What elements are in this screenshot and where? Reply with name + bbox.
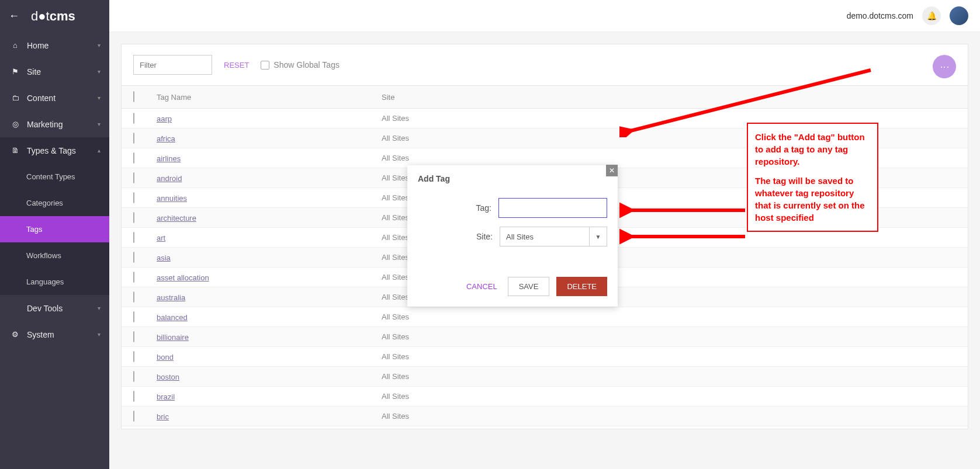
col-tag-name[interactable]: Tag Name — [157, 93, 382, 102]
logo: d ● t cms — [31, 9, 75, 24]
row-checkbox[interactable] — [133, 113, 134, 124]
nav-item-content[interactable]: 🗀Content▾ — [0, 85, 109, 111]
caret-icon: ▾ — [98, 121, 101, 127]
row-checkbox[interactable] — [133, 232, 134, 243]
tag-link[interactable]: asset allocation — [157, 273, 209, 282]
tag-site: All Sites — [382, 312, 956, 321]
tag-link[interactable]: boston — [157, 373, 179, 381]
cancel-button[interactable]: CANCEL — [463, 277, 501, 296]
tag-link[interactable]: architecture — [157, 214, 196, 223]
back-icon[interactable]: ← — [9, 10, 19, 22]
nav-item-system[interactable]: ⚙System▾ — [0, 321, 109, 348]
tag-link[interactable]: balanced — [157, 313, 188, 322]
site-label: Site: — [418, 232, 500, 241]
row-checkbox[interactable] — [133, 291, 134, 303]
table-row: balancedAll Sites — [122, 307, 968, 327]
caret-icon: ▾ — [98, 95, 101, 101]
nav-item-home[interactable]: ⌂Home▾ — [0, 32, 109, 58]
nav-item-marketing[interactable]: ◎Marketing▾ — [0, 111, 109, 137]
notifications-icon[interactable]: 🔔 — [922, 6, 941, 25]
filter-input[interactable] — [133, 55, 212, 75]
nav-icon: 🗎 — [11, 146, 20, 155]
select-all-checkbox[interactable] — [133, 91, 134, 102]
row-checkbox[interactable] — [133, 252, 134, 263]
add-tag-button[interactable]: ⋮ — [933, 55, 956, 78]
tag-link[interactable]: africa — [157, 134, 175, 143]
subnav-item-categories[interactable]: Categories — [0, 190, 109, 216]
tag-link[interactable]: airlines — [157, 154, 181, 163]
tag-site: All Sites — [382, 392, 956, 401]
tag-site: All Sites — [382, 114, 956, 123]
table-row: bondAll Sites — [122, 347, 968, 367]
caret-icon: ▾ — [98, 42, 101, 48]
tag-label: Tag: — [418, 203, 498, 213]
nav-icon: ⚙ — [11, 330, 20, 339]
row-checkbox[interactable] — [133, 311, 134, 322]
tag-link[interactable]: android — [157, 174, 182, 183]
tag-site: All Sites — [382, 332, 956, 341]
row-checkbox[interactable] — [133, 172, 134, 183]
tag-site: All Sites — [382, 372, 956, 381]
topbar: demo.dotcms.com 🔔 — [109, 0, 980, 32]
tag-site: All Sites — [382, 412, 956, 421]
checkbox-icon[interactable] — [261, 61, 269, 70]
avatar[interactable] — [950, 6, 968, 25]
tag-input[interactable] — [498, 198, 607, 218]
table-row: bricAll Sites — [122, 407, 968, 426]
subnav-item-content-types[interactable]: Content Types — [0, 164, 109, 190]
nav: ⌂Home▾⚑Site▾🗀Content▾◎Marketing▾🗎Types &… — [0, 32, 109, 348]
row-checkbox[interactable] — [133, 212, 134, 223]
row-checkbox[interactable] — [133, 192, 134, 203]
tag-link[interactable]: brazil — [157, 392, 175, 401]
tag-link[interactable]: billionaire — [157, 333, 189, 342]
tag-link[interactable]: asia — [157, 253, 171, 262]
caret-icon: ▾ — [98, 305, 101, 311]
row-checkbox[interactable] — [133, 351, 134, 362]
nav-item-dev-tools[interactable]: Dev Tools▾ — [0, 295, 109, 321]
caret-icon: ▴ — [98, 147, 101, 154]
row-checkbox[interactable] — [133, 391, 134, 402]
table-row: brazilAll Sites — [122, 387, 968, 407]
nav-icon: 🗀 — [11, 93, 20, 102]
caret-icon: ▾ — [98, 331, 101, 338]
caret-icon: ▾ — [98, 68, 101, 75]
modal-title: Add Tag — [407, 165, 618, 192]
close-icon[interactable]: ✕ — [606, 165, 618, 176]
site-label[interactable]: demo.dotcms.com — [847, 11, 913, 20]
show-global-tags[interactable]: Show Global Tags — [261, 60, 340, 70]
row-checkbox[interactable] — [133, 371, 134, 382]
more-vert-icon: ⋮ — [939, 62, 950, 71]
tag-site: All Sites — [382, 352, 956, 361]
sidebar: ← d ● t cms ⌂Home▾⚑Site▾🗀Content▾◎Market… — [0, 0, 109, 469]
subnav-item-tags[interactable]: Tags — [0, 216, 109, 242]
annotation-callout: Click the "Add tag" button to add a tag … — [747, 123, 878, 232]
row-checkbox[interactable] — [133, 133, 134, 144]
tag-link[interactable]: bric — [157, 412, 169, 421]
table-row: bostonAll Sites — [122, 367, 968, 387]
subnav-item-workflows[interactable]: Workflows — [0, 242, 109, 269]
delete-button[interactable]: DELETE — [556, 277, 607, 296]
subnav-item-languages[interactable]: Languages — [0, 269, 109, 295]
sidebar-header: ← d ● t cms — [0, 0, 109, 32]
reset-button[interactable]: RESET — [224, 61, 249, 70]
nav-item-types-tags[interactable]: 🗎Types & Tags▴ — [0, 137, 109, 164]
save-button[interactable]: SAVE — [508, 277, 550, 296]
nav-icon: ◎ — [11, 120, 20, 128]
row-checkbox[interactable] — [133, 152, 134, 164]
tag-link[interactable]: bond — [157, 353, 174, 362]
tag-link[interactable]: art — [157, 234, 165, 242]
col-site[interactable]: Site — [382, 93, 956, 102]
tag-link[interactable]: australia — [157, 293, 185, 302]
toolbar: RESET Show Global Tags — [122, 44, 968, 85]
row-checkbox[interactable] — [133, 411, 134, 422]
table-row: billionaireAll Sites — [122, 327, 968, 347]
row-checkbox[interactable] — [133, 272, 134, 283]
site-select[interactable]: All Sites ▼ — [500, 227, 607, 246]
tag-link[interactable]: aarp — [157, 114, 172, 123]
tag-link[interactable]: annuities — [157, 194, 187, 203]
nav-icon: ⚑ — [11, 67, 20, 76]
table-header: Tag Name Site — [122, 85, 968, 109]
nav-item-site[interactable]: ⚑Site▾ — [0, 58, 109, 85]
chevron-down-icon[interactable]: ▼ — [589, 227, 607, 246]
row-checkbox[interactable] — [133, 331, 134, 342]
